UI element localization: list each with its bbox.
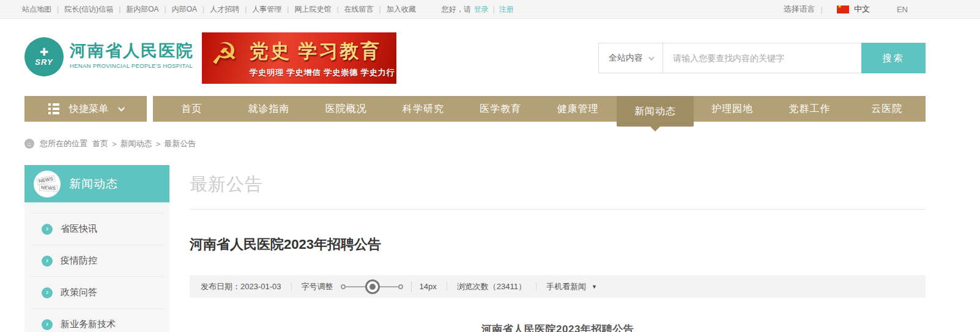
medical-cross-icon: ✚ bbox=[40, 48, 48, 57]
topbar-link-new-internal-oa[interactable]: 新内部OA bbox=[126, 4, 158, 15]
login-link[interactable]: 登录 bbox=[474, 4, 489, 15]
breadcrumb-separator: > bbox=[156, 139, 161, 149]
nav-item-research[interactable]: 科学研究 bbox=[385, 96, 462, 122]
china-flag-icon: ★ bbox=[837, 6, 849, 13]
dotted-divider bbox=[411, 282, 412, 292]
separator: | bbox=[493, 5, 495, 13]
sidebar-item-label: 政策问答 bbox=[61, 287, 97, 298]
article-meta-bar: 发布日期： 2023-01-03 字号调整 14px 浏览次数（23411） 手… bbox=[190, 275, 926, 298]
separator: | bbox=[119, 5, 121, 13]
nav-item-health-management[interactable]: 健康管理 bbox=[539, 96, 616, 122]
font-size-value: 14px bbox=[420, 282, 437, 291]
slider-handle[interactable] bbox=[365, 279, 380, 294]
arrow-right-icon: › bbox=[42, 287, 53, 298]
site-search: 全站内容 搜索 bbox=[598, 43, 926, 73]
page-title: 最新公告 bbox=[190, 172, 926, 210]
article-body-heading: 河南省人民医院2023年招聘公告 bbox=[190, 322, 926, 332]
search-input[interactable] bbox=[663, 43, 862, 73]
separator: | bbox=[202, 5, 204, 13]
party-history-banner[interactable]: ☭ 党史 学习教育 学史明理 学史增信 学史崇德 学史力行 bbox=[202, 32, 396, 84]
sidebar-item-hospital-news[interactable]: › 省医快讯 bbox=[31, 213, 163, 245]
sidebar-header-label: 新闻动态 bbox=[69, 176, 118, 192]
sidebar-header-news[interactable]: NEWS NEWS 新闻动态 bbox=[24, 165, 169, 202]
hospital-name-english: HENAN PROVINCIAL PEOPLE'S HOSPITAL bbox=[70, 62, 194, 69]
greeting: 您好，请 登录 | 注册 bbox=[442, 4, 514, 15]
divider bbox=[291, 282, 292, 291]
nav-item-cloud-hospital[interactable]: 云医院 bbox=[848, 96, 926, 122]
sidebar: NEWS NEWS 新闻动态 › 省医快讯 › 疫情防控 › 政策问答 bbox=[24, 165, 169, 332]
sidebar-item-label: 新业务新技术 bbox=[61, 319, 116, 330]
publish-date-label: 发布日期： bbox=[201, 281, 240, 292]
nav-item-medical-education[interactable]: 医学教育 bbox=[462, 96, 539, 122]
banner-title: 党史 学习教育 bbox=[250, 39, 396, 64]
separator: | bbox=[336, 5, 338, 13]
nav-item-party-work[interactable]: 党群工作 bbox=[771, 96, 848, 122]
quick-menu-label: 快捷菜单 bbox=[69, 103, 108, 116]
breadcrumb-home[interactable]: 首页 bbox=[92, 138, 108, 149]
slider-max-dot[interactable] bbox=[398, 284, 403, 289]
topbar-link-hr[interactable]: 人事管理 bbox=[252, 4, 281, 15]
quick-menu-button[interactable]: 快捷菜单 bbox=[24, 96, 147, 122]
content-area: NEWS NEWS 新闻动态 › 省医快讯 › 疫情防控 › 政策问答 bbox=[24, 165, 926, 332]
nav-item-home[interactable]: 首页 bbox=[153, 96, 230, 122]
nav-items: 首页 就诊指南 医院概况 科学研究 医学教育 健康管理 新闻动态 护理园地 党群… bbox=[153, 96, 926, 122]
arrow-right-icon: › bbox=[42, 319, 53, 330]
mobile-news-label: 手机看新闻 bbox=[546, 281, 586, 292]
breadcrumb-news[interactable]: 新闻动态 bbox=[121, 138, 152, 149]
divider bbox=[536, 282, 536, 291]
top-utility-bar: 站点地图| 院长(信访)信箱| 新内部OA| 内部OA| 人才招聘| 人事管理|… bbox=[0, 0, 980, 19]
logo-badge-text: SRY bbox=[35, 57, 53, 67]
view-count: 浏览次数（23411） bbox=[457, 281, 526, 292]
topbar-link-internal-oa[interactable]: 内部OA bbox=[172, 4, 197, 15]
language-english[interactable]: EN bbox=[897, 5, 908, 14]
topbar-link-recruitment[interactable]: 人才招聘 bbox=[210, 4, 239, 15]
nav-item-visit-guide[interactable]: 就诊指南 bbox=[230, 96, 307, 122]
publish-date-value: 2023-01-03 bbox=[240, 282, 281, 291]
separator: | bbox=[245, 5, 247, 13]
topbar-link-favorites[interactable]: 加入收藏 bbox=[387, 4, 416, 15]
breadcrumb-separator: > bbox=[112, 139, 117, 149]
main-navigation: 快捷菜单 首页 就诊指南 医院概况 科学研究 医学教育 健康管理 新闻动态 护理… bbox=[24, 96, 926, 122]
main-panel: 最新公告 河南省人民医院2023年招聘公告 发布日期： 2023-01-03 字… bbox=[190, 165, 926, 332]
article-title: 河南省人民医院2023年招聘公告 bbox=[190, 235, 926, 254]
topbar-link-president-mailbox[interactable]: 院长(信访)信箱 bbox=[64, 4, 113, 15]
search-scope-select[interactable]: 全站内容 bbox=[599, 43, 663, 73]
font-size-slider[interactable] bbox=[341, 279, 403, 294]
hospital-name: 河南省人民医院 HENAN PROVINCIAL PEOPLE'S HOSPIT… bbox=[70, 42, 194, 96]
search-scope-value: 全站内容 bbox=[609, 53, 643, 64]
hospital-logo[interactable]: ✚ SRY 河南省人民医院 HENAN PROVINCIAL PEOPLE'S … bbox=[24, 37, 194, 96]
nav-item-hospital-overview[interactable]: 医院概况 bbox=[308, 96, 385, 122]
sidebar-menu: › 省医快讯 › 疫情防控 › 政策问答 › 新业务新技术 bbox=[24, 202, 169, 332]
separator: | bbox=[287, 5, 289, 13]
font-size-label: 字号调整 bbox=[302, 281, 333, 292]
language-group: 选择语言 | ★ 中文 EN bbox=[784, 4, 980, 15]
separator: | bbox=[57, 5, 59, 13]
site-header: ✚ SRY 河南省人民医院 HENAN PROVINCIAL PEOPLE'S … bbox=[24, 19, 926, 96]
sidebar-item-epidemic-prevention[interactable]: › 疫情防控 bbox=[31, 245, 163, 277]
slider-min-dot[interactable] bbox=[341, 284, 346, 289]
breadcrumb-latest-notice[interactable]: 最新公告 bbox=[164, 138, 196, 149]
register-link[interactable]: 注册 bbox=[499, 4, 514, 15]
nav-item-news-active[interactable]: 新闻动态 bbox=[617, 96, 694, 127]
topbar-link-history-museum[interactable]: 网上院史馆 bbox=[294, 4, 331, 15]
sidebar-item-policy-qa[interactable]: › 政策问答 bbox=[31, 277, 163, 309]
search-button[interactable]: 搜索 bbox=[861, 43, 926, 73]
divider bbox=[447, 282, 447, 291]
nav-item-nursing[interactable]: 护理园地 bbox=[694, 96, 771, 122]
list-menu-icon bbox=[48, 103, 59, 114]
chevron-down-icon bbox=[118, 105, 125, 111]
hammer-sickle-icon: ☭ bbox=[210, 36, 238, 72]
chevron-down-icon bbox=[648, 54, 655, 61]
language-label: 选择语言 bbox=[784, 4, 815, 15]
mobile-news-dropdown[interactable]: 手机看新闻 ▼ bbox=[546, 281, 597, 292]
topbar-link-sitemap[interactable]: 站点地图 bbox=[22, 4, 51, 15]
language-chinese[interactable]: 中文 bbox=[854, 4, 870, 15]
home-icon: ⌂ bbox=[24, 139, 34, 149]
sidebar-item-new-technology[interactable]: › 新业务新技术 bbox=[31, 309, 163, 332]
separator: | bbox=[165, 5, 166, 13]
separator: | bbox=[821, 5, 823, 14]
breadcrumb-prefix: 您所在的位置 bbox=[40, 138, 87, 149]
news-icon: NEWS NEWS bbox=[34, 171, 61, 197]
topbar-link-message-board[interactable]: 在线留言 bbox=[344, 4, 374, 15]
hospital-logo-emblem-icon: ✚ SRY bbox=[24, 37, 64, 76]
